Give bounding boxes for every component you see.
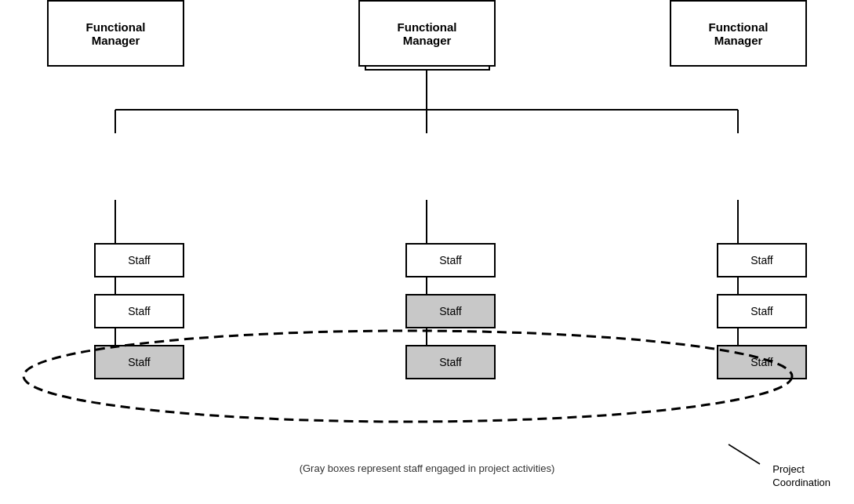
fm-center-label: FunctionalManager [398, 20, 457, 47]
fm-left-label: FunctionalManager [86, 20, 146, 47]
staff-center-1: Staff [405, 243, 496, 277]
staff-left-3-label: Staff [128, 356, 151, 368]
staff-center-2: Staff [405, 294, 496, 328]
staff-left-3: Staff [94, 345, 184, 379]
project-coordination-text: ProjectCoordination [772, 463, 830, 490]
functional-manager-left: FunctionalManager [47, 0, 184, 67]
staff-right-2: Staff [717, 294, 807, 328]
footer-note-text: (Gray boxes represent staff engaged in p… [300, 462, 555, 474]
staff-center-2-label: Staff [439, 305, 462, 317]
staff-left-2-label: Staff [128, 305, 151, 317]
functional-manager-center: FunctionalManager [358, 0, 496, 67]
staff-right-3: Staff [717, 345, 807, 379]
project-coordination-label: ProjectCoordination [721, 441, 830, 490]
functional-manager-right: FunctionalManager [670, 0, 807, 67]
staff-center-3-label: Staff [439, 356, 462, 368]
staff-left-2: Staff [94, 294, 184, 328]
staff-right-1: Staff [717, 243, 807, 277]
staff-center-1-label: Staff [439, 254, 462, 267]
staff-right-3-label: Staff [750, 356, 773, 368]
staff-right-1-label: Staff [750, 254, 773, 267]
org-chart: Chief Executive FunctionalManager Functi… [0, 0, 854, 504]
staff-right-2-label: Staff [750, 305, 773, 317]
staff-center-3: Staff [405, 345, 496, 379]
staff-left-1-label: Staff [128, 254, 151, 267]
staff-left-1: Staff [94, 243, 184, 277]
fm-right-label: FunctionalManager [709, 20, 769, 47]
svg-line-18 [729, 444, 760, 464]
